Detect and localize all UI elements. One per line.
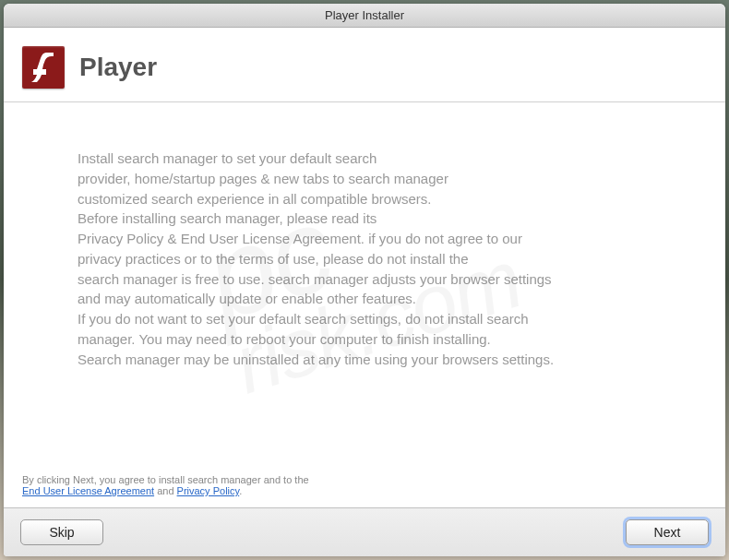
footer-text: By clicking Next, you agree to install s…: [4, 461, 725, 508]
privacy-policy-link[interactable]: Privacy Policy: [177, 485, 240, 496]
body-line: search manager is free to use. search ma…: [78, 271, 552, 287]
body-line: Privacy Policy & End User License Agreem…: [78, 231, 522, 246]
window-title: Player Installer: [325, 8, 404, 22]
body-text: Install search manager to set your defau…: [78, 149, 651, 369]
content-area: pc risk.com Install search manager to se…: [4, 102, 725, 461]
skip-button[interactable]: Skip: [20, 519, 103, 545]
body-line: privacy practices or to the terms of use…: [78, 251, 469, 267]
body-line: If you do not want to set your default s…: [78, 311, 529, 327]
body-line: Install search manager to set your defau…: [78, 150, 376, 166]
window-titlebar[interactable]: Player Installer: [4, 4, 725, 28]
flash-icon: [22, 46, 65, 89]
button-bar: Skip Next: [4, 508, 725, 556]
header-title: Player: [79, 53, 157, 82]
body-line: Search manager may be uninstalled at any…: [78, 351, 554, 367]
footer-prefix: By clicking Next, you agree to install s…: [22, 474, 309, 485]
body-line: manager. You may need to reboot your com…: [78, 331, 491, 347]
body-line: and may automatically update or enable o…: [78, 291, 416, 306]
body-line: customized search experience in all comp…: [78, 191, 432, 207]
eula-link[interactable]: End User License Agreement: [22, 485, 154, 496]
footer-suffix: .: [239, 485, 242, 496]
installer-window: Player Installer Player pc risk.com Inst…: [4, 4, 725, 556]
footer-and: and: [154, 485, 176, 496]
body-line: provider, home/startup pages & new tabs …: [78, 171, 448, 186]
next-button[interactable]: Next: [626, 519, 709, 545]
header: Player: [4, 28, 725, 102]
body-line: Before installing search manager, please…: [78, 210, 376, 226]
